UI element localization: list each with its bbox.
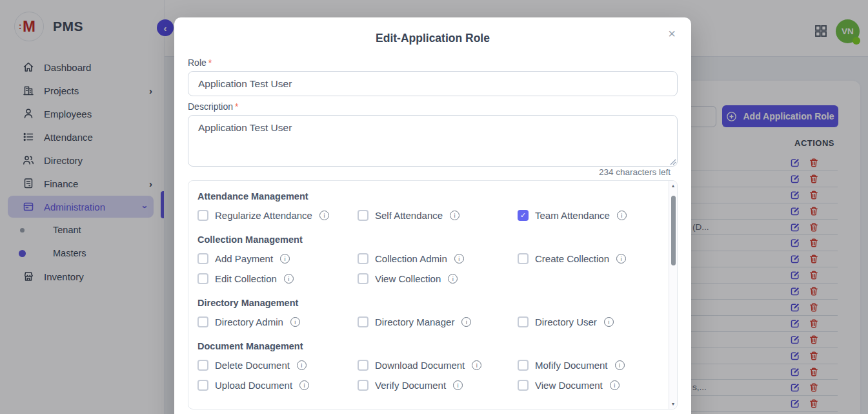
permission-label: Create Collection (535, 253, 609, 264)
permission-label: Directory Admin (215, 316, 283, 327)
info-icon[interactable]: i (450, 211, 459, 220)
close-icon[interactable]: × (663, 24, 681, 44)
info-icon[interactable]: i (461, 317, 471, 327)
required-asterisk: * (208, 57, 212, 68)
info-icon[interactable]: i (610, 380, 620, 390)
permission-section: Attendance ManagementRegularize Attendan… (197, 191, 657, 221)
checkbox-unchecked[interactable] (197, 273, 208, 284)
permission-section: Directory ManagementDirectory AdminiDire… (197, 298, 657, 327)
permission-checkbox-item[interactable]: Create Collectioni (518, 253, 657, 264)
permission-checkbox-item[interactable]: Collection Admini (358, 253, 518, 264)
permission-label: Directory Manager (375, 316, 454, 327)
permission-label: Mofify Document (535, 360, 608, 371)
info-icon[interactable]: i (299, 380, 309, 390)
checkbox-unchecked[interactable] (197, 360, 208, 371)
permission-label: Add Payment (215, 253, 273, 264)
permission-checkbox-item[interactable]: Directory Manageri (358, 316, 518, 327)
description-field-label: Description* (188, 101, 238, 112)
permission-label: Edit Collection (215, 273, 277, 284)
permission-checkbox-item[interactable]: Verify Documenti (358, 380, 518, 391)
info-icon[interactable]: i (604, 317, 614, 327)
permission-label: View Collection (375, 273, 441, 284)
info-icon[interactable]: i (297, 360, 307, 370)
permission-label: Upload Document (215, 380, 292, 391)
checkbox-unchecked[interactable] (358, 210, 368, 221)
checkbox-unchecked[interactable] (518, 380, 529, 391)
permission-checkbox-item[interactable]: View Collectioni (358, 273, 518, 284)
edit-application-role-modal: Edit-Application Role × Role* Descriptio… (174, 17, 691, 414)
checkbox-unchecked[interactable] (358, 253, 368, 264)
checkbox-unchecked[interactable] (197, 316, 208, 327)
checkbox-unchecked[interactable] (358, 360, 368, 371)
checkbox-unchecked[interactable] (197, 380, 208, 391)
permission-section-title: Document Management (197, 341, 657, 351)
checkbox-unchecked[interactable] (358, 273, 368, 284)
permission-checkbox-item[interactable]: View Documenti (518, 380, 657, 391)
permission-section-title: Attendance Management (197, 191, 657, 202)
permissions-scrollbar[interactable]: ▲ ▼ (669, 181, 677, 409)
role-input[interactable] (188, 71, 678, 96)
info-icon[interactable]: i (284, 274, 294, 284)
checkbox-unchecked[interactable] (518, 316, 529, 327)
role-field-label: Role* (188, 57, 212, 68)
info-icon[interactable]: i (616, 254, 626, 264)
info-icon[interactable]: i (448, 274, 458, 284)
permission-checkbox-item[interactable]: Directory Useri (518, 316, 657, 327)
info-icon[interactable]: i (615, 360, 625, 370)
checkbox-unchecked[interactable] (518, 360, 529, 371)
info-icon[interactable]: i (319, 211, 329, 220)
permission-label: Regularize Attendance (215, 210, 312, 221)
characters-left-counter: 234 characters left (599, 167, 671, 177)
permission-section-title: Collection Management (197, 234, 657, 245)
checkbox-unchecked[interactable] (197, 210, 208, 221)
info-icon[interactable]: i (290, 317, 300, 327)
permission-checkbox-item[interactable]: Add Paymenti (197, 253, 358, 264)
permission-checkbox-item[interactable]: ✓Team Attendancei (518, 210, 657, 221)
info-icon[interactable]: i (472, 360, 481, 370)
checkbox-unchecked[interactable] (518, 253, 529, 264)
permission-checkbox-item[interactable]: Download Documenti (358, 360, 518, 371)
description-textarea[interactable]: Application Test User (188, 115, 678, 167)
info-icon[interactable]: i (454, 254, 464, 264)
scroll-up-icon[interactable]: ▲ (669, 183, 677, 188)
permission-checkbox-item[interactable]: Edit Collectioni (197, 273, 358, 284)
checkbox-checked[interactable]: ✓ (518, 210, 529, 221)
info-icon[interactable]: i (617, 211, 627, 220)
permission-label: Collection Admin (375, 253, 447, 264)
scroll-down-icon[interactable]: ▼ (669, 402, 677, 406)
modal-title: Edit-Application Role (174, 17, 691, 45)
permission-checkbox-item[interactable]: Mofify Documenti (518, 360, 657, 371)
permission-label: Download Document (375, 360, 465, 371)
permission-checkbox-item[interactable]: Directory Admini (197, 316, 358, 327)
checkbox-unchecked[interactable] (197, 253, 208, 264)
resize-handle[interactable] (670, 159, 676, 165)
permission-label: Verify Document (375, 380, 446, 391)
info-icon[interactable]: i (280, 254, 290, 264)
permission-section-title: Directory Management (197, 298, 657, 308)
permission-label: Delete Document (215, 360, 290, 371)
scrollbar-thumb[interactable] (671, 196, 676, 265)
checkbox-unchecked[interactable] (358, 380, 368, 391)
permission-checkbox-item[interactable]: Delete Documenti (197, 360, 358, 371)
permission-label: Team Attendance (535, 210, 610, 221)
info-icon[interactable]: i (453, 380, 463, 390)
required-asterisk: * (235, 101, 238, 112)
permission-label: Directory User (535, 316, 597, 327)
checkbox-unchecked[interactable] (358, 316, 368, 327)
permission-section: Document ManagementDelete DocumentiDownl… (197, 341, 657, 391)
permission-checkbox-item[interactable]: Self Attendancei (358, 210, 518, 221)
permissions-panel-content: Attendance ManagementRegularize Attendan… (188, 181, 669, 409)
permission-checkbox-item[interactable]: Regularize Attendancei (197, 210, 358, 221)
permission-label: Self Attendance (375, 210, 443, 221)
permission-checkbox-item[interactable]: Upload Documenti (197, 380, 358, 391)
permission-section: Collection ManagementAdd PaymentiCollect… (197, 234, 657, 284)
permission-label: View Document (535, 380, 603, 391)
permissions-panel: Attendance ManagementRegularize Attendan… (188, 180, 678, 409)
